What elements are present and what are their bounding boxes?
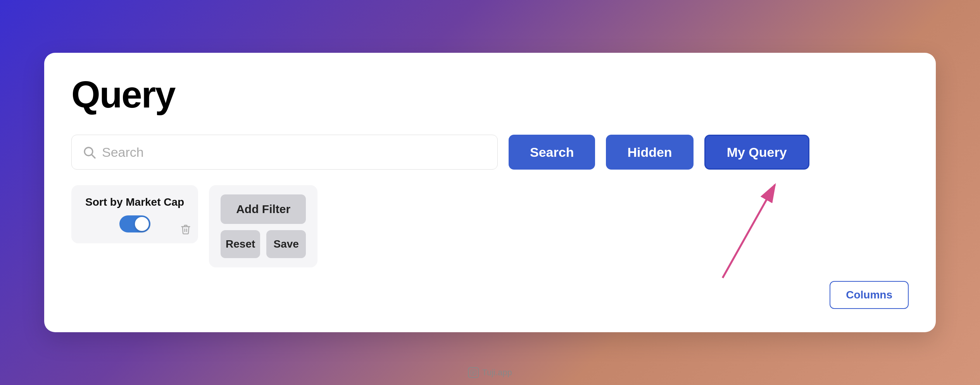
- brand-label: Tuji.app: [482, 368, 512, 378]
- columns-button[interactable]: Columns: [830, 281, 909, 309]
- toggle-wrapper: [119, 215, 150, 232]
- search-row: Search Hidden My Query: [71, 135, 909, 170]
- page-title: Query: [71, 76, 909, 113]
- search-input[interactable]: [71, 135, 498, 170]
- svg-rect-5: [472, 371, 475, 372]
- sort-card: Sort by Market Cap: [71, 185, 198, 243]
- search-icon: [82, 145, 96, 159]
- filters-row: Sort by Market Cap Add Filter Reset Save: [71, 185, 909, 267]
- reset-button[interactable]: Reset: [221, 230, 260, 258]
- filter-card: Add Filter Reset Save: [209, 185, 317, 267]
- svg-rect-7: [472, 374, 474, 375]
- add-filter-button[interactable]: Add Filter: [221, 194, 306, 224]
- hidden-button[interactable]: Hidden: [606, 135, 693, 170]
- sort-toggle[interactable]: [119, 215, 150, 232]
- my-query-button[interactable]: My Query: [704, 135, 809, 170]
- search-button[interactable]: Search: [509, 135, 595, 170]
- main-card: Query Search Hidden My Query Sort by Mar…: [44, 53, 936, 332]
- svg-line-1: [92, 155, 95, 158]
- save-button[interactable]: Save: [266, 230, 306, 258]
- footer: Tuji.app: [468, 367, 512, 378]
- sort-label: Sort by Market Cap: [85, 196, 184, 208]
- delete-icon[interactable]: [180, 224, 191, 236]
- svg-rect-6: [472, 373, 475, 373]
- search-input-wrapper: [71, 135, 498, 170]
- brand-icon: [468, 367, 479, 378]
- filter-actions: Reset Save: [221, 230, 306, 258]
